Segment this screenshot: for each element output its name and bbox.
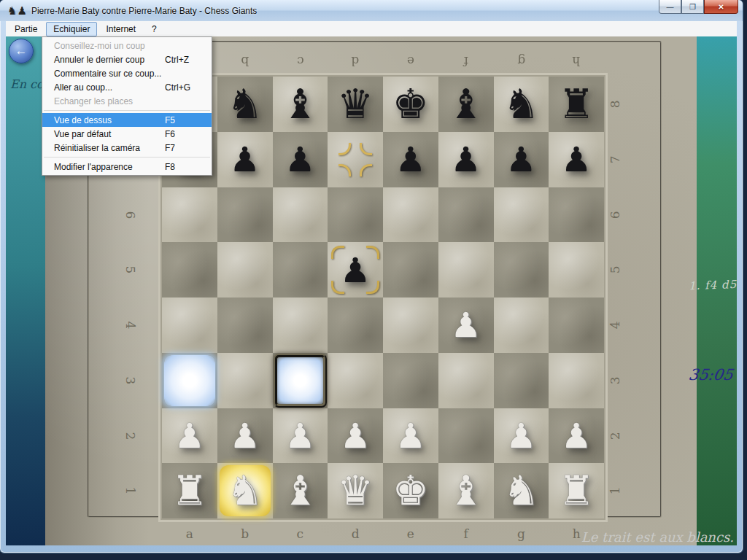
square-a3[interactable]: [162, 353, 217, 408]
square-e1[interactable]: ♚: [383, 463, 438, 518]
rank-label-6: 6: [587, 205, 643, 224]
square-b1[interactable]: ♞: [217, 463, 273, 518]
menu-item-aller-au-coup[interactable]: Aller au coup...Ctrl+G: [42, 80, 212, 94]
menu-item-label: Conseillez-moi un coup: [54, 41, 165, 51]
square-f7[interactable]: ♟: [438, 132, 494, 187]
square-b6[interactable]: [217, 187, 273, 243]
square-a1[interactable]: ♜: [162, 463, 217, 518]
maximize-button[interactable]: ❐: [681, 0, 704, 14]
square-d4[interactable]: [328, 298, 383, 353]
menubar-item-partie[interactable]: Partie: [7, 22, 44, 36]
menu-item-shortcut: F5: [165, 115, 203, 125]
square-d6[interactable]: [328, 187, 383, 243]
rank-label-3: 3: [103, 371, 158, 390]
square-c6[interactable]: [273, 187, 328, 243]
square-g3[interactable]: [494, 353, 549, 408]
square-d3[interactable]: [328, 353, 383, 408]
square-a2[interactable]: ♟: [162, 408, 217, 464]
menu-item-conseillez-moi-un-coup[interactable]: Conseillez-moi un coup: [42, 39, 212, 52]
square-f6[interactable]: [438, 187, 494, 243]
square-g7[interactable]: ♟: [494, 132, 549, 187]
black-piece-d8: ♛: [337, 84, 374, 125]
menubar-item-echiquier[interactable]: Echiquier: [46, 22, 97, 36]
close-button[interactable]: ✕: [704, 0, 738, 14]
file-label-f: f: [438, 51, 494, 69]
square-e7[interactable]: ♟: [383, 132, 438, 187]
rank-label-7: 7: [587, 150, 643, 169]
menubar-item-internet[interactable]: Internet: [98, 22, 143, 36]
square-g4[interactable]: [494, 298, 549, 353]
square-g2[interactable]: ♟: [494, 408, 549, 464]
menu-item-r-initialiser-la-cam-ra[interactable]: Réinitialiser la caméraF7: [42, 141, 212, 155]
square-e2[interactable]: ♟: [383, 408, 438, 464]
white-piece-c2: ♟: [285, 419, 315, 453]
square-f3[interactable]: [438, 353, 494, 408]
menu-item-label: Aller au coup...: [54, 82, 165, 93]
square-e8[interactable]: ♚: [383, 77, 438, 132]
square-b8[interactable]: ♞: [217, 77, 273, 132]
square-c1[interactable]: ♝: [273, 463, 328, 518]
square-b5[interactable]: [217, 242, 273, 298]
square-c7[interactable]: ♟: [273, 132, 328, 187]
menu-item-annuler-le-dernier-coup[interactable]: Annuler le dernier coupCtrl+Z: [42, 52, 212, 66]
menu-item-commentaire-sur-ce-coup[interactable]: Commentaire sur ce coup...: [42, 66, 212, 80]
square-c5[interactable]: [273, 242, 328, 298]
file-label-d: d: [328, 51, 383, 69]
file-label-e: e: [383, 51, 438, 69]
square-c4[interactable]: [273, 298, 328, 353]
square-c3[interactable]: [273, 353, 328, 408]
square-e6[interactable]: [383, 187, 438, 243]
menu-bar: PartieEchiquierInternet?: [6, 21, 737, 37]
square-f1[interactable]: ♝: [438, 463, 494, 518]
square-b3[interactable]: [217, 353, 273, 408]
square-e3[interactable]: [383, 353, 438, 408]
rank-labels-right: 87654321: [605, 77, 624, 518]
square-g6[interactable]: [494, 187, 549, 243]
square-a5[interactable]: [162, 242, 217, 298]
square-f4[interactable]: ♟: [438, 298, 494, 353]
white-piece-f1: ♝: [448, 470, 484, 511]
menubar-item-?[interactable]: ?: [144, 22, 164, 36]
minimize-button[interactable]: —: [659, 0, 681, 14]
square-b2[interactable]: ♟: [217, 408, 273, 464]
menu-item-label: Echanger les places: [54, 96, 165, 106]
menu-item-echanger-les-places[interactable]: Echanger les places: [42, 94, 212, 108]
square-g5[interactable]: [494, 242, 549, 298]
black-piece-b8: ♞: [227, 84, 263, 125]
file-label-f: f: [438, 526, 494, 544]
title-bar[interactable]: ♞♟ Pierre-Marie Baty contre Pierre-Marie…: [0, 0, 743, 21]
back-button[interactable]: ←: [9, 39, 34, 63]
square-g1[interactable]: ♞: [494, 463, 549, 518]
menu-item-vue-de-dessus[interactable]: Vue de dessusF5: [42, 113, 212, 127]
square-d7[interactable]: [328, 132, 383, 187]
file-label-d: d: [328, 526, 383, 544]
square-f5[interactable]: [438, 242, 494, 298]
square-d1[interactable]: ♛: [328, 463, 383, 518]
square-b4[interactable]: [217, 298, 273, 353]
square-g8[interactable]: ♞: [494, 77, 549, 132]
menu-item-vue-par-d-faut[interactable]: Vue par défautF6: [42, 127, 212, 141]
scene-background-left: [6, 36, 47, 545]
square-c2[interactable]: ♟: [273, 408, 328, 464]
app-icon: ♞♟: [7, 5, 27, 16]
square-e4[interactable]: [383, 298, 438, 353]
square-c8[interactable]: ♝: [273, 77, 328, 132]
move-target-highlight: [274, 354, 328, 408]
menu-item-label: Modifier l'apparence: [54, 162, 165, 172]
rank-label-6: 6: [103, 205, 158, 224]
file-label-h: h: [549, 526, 604, 544]
square-f2[interactable]: [438, 408, 494, 464]
square-f8[interactable]: ♝: [438, 77, 494, 132]
square-a4[interactable]: [162, 298, 217, 353]
menu-item-modifier-l-apparence[interactable]: Modifier l'apparenceF8: [42, 160, 212, 174]
white-piece-d1: ♛: [337, 470, 374, 511]
square-d5[interactable]: ♟: [328, 242, 383, 298]
file-labels-top: abcdefgh: [162, 51, 604, 69]
rank-label-4: 4: [103, 316, 158, 335]
square-b7[interactable]: ♟: [217, 132, 273, 187]
square-e5[interactable]: [383, 242, 438, 298]
echiquier-dropdown-menu: Conseillez-moi un coupAnnuler le dernier…: [42, 36, 212, 176]
square-d2[interactable]: ♟: [328, 408, 383, 464]
square-a6[interactable]: [162, 187, 217, 243]
square-d8[interactable]: ♛: [328, 77, 383, 132]
